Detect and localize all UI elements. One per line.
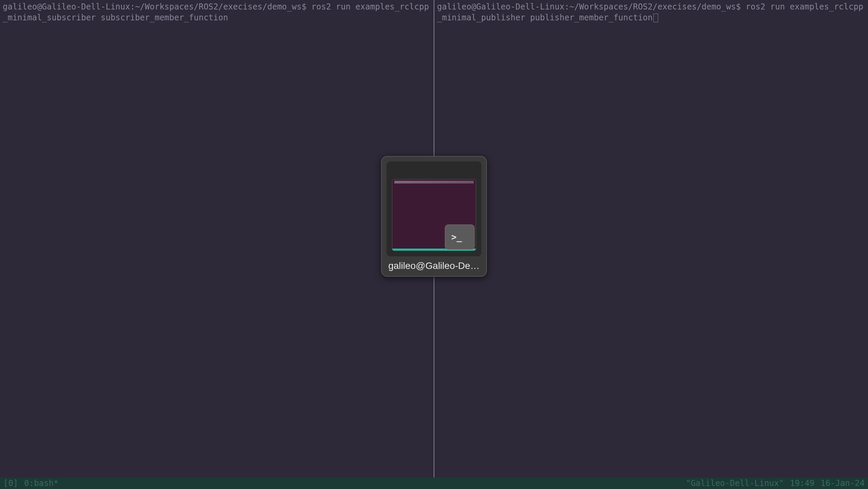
- window-switcher-label: galileo@Galileo-De…: [388, 260, 480, 271]
- time-display: 19:49: [790, 478, 814, 488]
- window-switcher-overlay[interactable]: >_ galileo@Galileo-De…: [381, 156, 487, 277]
- hostname-display: "Galileo-Dell-Linux": [686, 478, 784, 488]
- terminal-app-icon: >_: [445, 224, 475, 250]
- window-thumbnail[interactable]: >_: [387, 161, 481, 256]
- status-right: "Galileo-Dell-Linux" 19:49 16-Jan-24: [686, 478, 865, 488]
- session-indicator[interactable]: [0]: [3, 478, 18, 488]
- right-terminal-pane[interactable]: galileo@Galileo-Dell-Linux:~/Workspaces/…: [434, 0, 868, 477]
- cursor: [653, 14, 658, 22]
- left-prompt: galileo@Galileo-Dell-Linux:~/Workspaces/…: [3, 2, 307, 12]
- status-left: [0] 0:bash*: [3, 478, 59, 488]
- tmux-status-bar: [0] 0:bash* "Galileo-Dell-Linux" 19:49 1…: [0, 477, 868, 489]
- window-indicator[interactable]: 0:bash*: [24, 478, 58, 488]
- thumbnail-text-line: [394, 181, 474, 183]
- right-prompt: galileo@Galileo-Dell-Linux:~/Workspaces/…: [437, 2, 741, 12]
- date-display: 16-Jan-24: [821, 478, 865, 488]
- terminal-icon-glyph: >_: [451, 232, 462, 242]
- left-terminal-pane[interactable]: galileo@Galileo-Dell-Linux:~/Workspaces/…: [0, 0, 434, 477]
